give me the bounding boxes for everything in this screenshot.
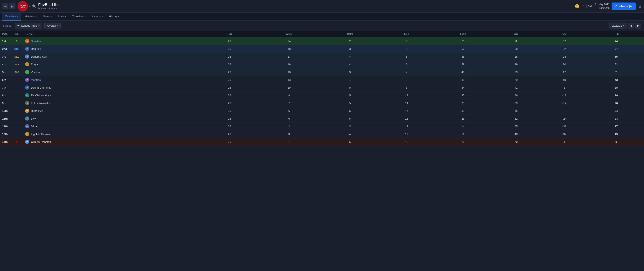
nav-item-transfers[interactable]: Transfers▾ [69,13,88,21]
cell-gd: -12 [540,107,588,115]
cell-pld: 26 [202,123,258,130]
table-row: 2nd UCL D Dnipro-1 26 18 3 5 52 30 22 57 [0,45,644,53]
cell-team: OD Olimpik Donetsk [23,138,202,146]
team-logo: DK [25,55,29,59]
overall-button[interactable]: Overall ▾ [44,23,60,29]
cell-team: V Vorskla [23,68,202,76]
cell-pos: 11th [0,115,10,123]
cell-drn: 5 [321,92,380,99]
season-prev-button[interactable]: ◀ [628,23,634,29]
season-dropdown-button[interactable]: 2020/21 ▾ [610,23,627,29]
continue-button[interactable]: Continue ▶ [612,3,636,10]
cell-inf: UEL [10,53,23,61]
cell-ag: 8 [492,37,540,45]
fm-badge: FM [586,4,593,8]
nav-item-matches[interactable]: Matches▾ [22,13,40,21]
cell-drn: 8 [321,84,380,92]
cell-lst: 14 [380,99,434,107]
nav-item-label: Matches [24,15,35,18]
cell-gd: -32 [540,130,588,138]
nav-item-history[interactable]: History▾ [106,13,122,21]
cell-pld: 26 [202,53,258,61]
cell-for: 44 [434,84,492,92]
cell-drn: 4 [321,53,380,61]
back-button[interactable]: ◀ [2,3,8,10]
league-subtitle: Holders - Shakhtar [38,7,573,10]
cell-won: 6 [258,115,321,123]
cell-gd: -48 [540,138,588,146]
continue-arrow-icon: ▶ [629,4,632,8]
cell-lst: 0 [380,37,434,45]
face-icon-button[interactable]: 😀 [575,4,579,9]
expand-button[interactable]: ▾ [29,5,30,7]
nav-item-label: Awards [92,15,101,18]
cell-pos: 5th [0,68,10,76]
col-inf: INF [10,31,23,37]
table-row: 10th RL Rukh Lviv 26 6 6 14 33 45 -12 24 [0,107,644,115]
cell-inf [10,123,23,130]
forward-button[interactable]: ▶ [9,3,16,10]
col-drn: DRN [321,31,380,37]
top-bar: ◀ ▶ FAVBET LIHA ▾ 🔍 FavBet Liha Holders … [0,0,644,13]
nav-chevron-icon: ▾ [65,15,66,18]
monitor-button[interactable]: 🖥 [638,4,642,9]
cell-inf: UCL [10,45,23,53]
cell-gd: 67 [540,37,588,45]
cell-pts: 38 [588,84,644,92]
cell-won: 8 [258,92,321,99]
cell-pos: 7th [0,84,10,92]
cell-inf [10,84,23,92]
cell-inf: R [10,138,23,146]
col-lst: LST [380,31,434,37]
cell-for: 33 [434,107,492,115]
overall-chevron-icon: ▾ [57,25,58,27]
cell-gd: -24 [540,115,588,123]
cell-won: 10 [258,84,321,92]
cell-pld: 26 [202,84,258,92]
cell-pld: 26 [202,68,258,76]
nav-item-awards[interactable]: Awards▾ [89,13,106,21]
season-next-button[interactable]: ▶ [635,23,641,29]
cell-pts: 43 [588,76,644,84]
league-table-chevron-icon: ▾ [38,25,40,27]
cell-drn: 2 [321,37,380,45]
nav-chevron-icon: ▾ [118,15,119,18]
col-for: FOR [434,31,492,37]
cell-ag: 70 [492,138,540,146]
table-row: 11th L Lviv 26 6 5 15 28 52 -24 23 [0,115,644,123]
cell-won: 24 [258,37,321,45]
cell-ag: 30 [492,45,540,53]
team-logo: FO [25,93,29,97]
cell-team: Z Zorya [23,61,202,68]
cell-lst: 13 [380,123,434,130]
cell-pld: 26 [202,99,258,107]
cell-pld: 26 [202,130,258,138]
cell-for: 25 [434,99,492,107]
nav-item-stats[interactable]: Stats▾ [55,13,69,21]
cell-ag: 25 [492,53,540,61]
table-row: 9th KK Kolos Kovalivka 26 7 5 14 25 39 -… [0,99,644,107]
datetime-area: 21 May 2022 Sat 20:45 [595,3,610,10]
search-button[interactable]: 🔍 [32,4,36,8]
team-logo: KK [25,101,29,105]
cell-ag: 41 [492,84,540,92]
team-logo: L [25,116,29,121]
cell-pld: 26 [202,115,258,123]
team-name: Rukh Lviv [31,109,43,112]
league-table: POS INF TEAM PLD WON DRN LST FOR AG GD P… [0,31,644,146]
cell-won: 2 [258,123,321,130]
team-name: Desna Chernihiv [31,86,51,89]
team-name-link[interactable]: Mariupol [31,78,42,82]
cell-inf [10,99,23,107]
nav-item-news[interactable]: News▾ [40,13,54,21]
help-icon-button[interactable]: ? [582,4,584,8]
nav-item-overview[interactable]: Overview▾ [2,13,21,21]
table-row: 4th EC2 Z Zorya 26 16 4 6 59 29 30 52 [0,61,644,68]
cell-ag: 29 [492,76,540,84]
cell-gd: 30 [540,61,588,68]
cell-gd: -31 [540,123,588,130]
league-table-wrap: POS INF TEAM PLD WON DRN LST FOR AG GD P… [0,31,644,146]
team-name-link[interactable]: Shakhtar [31,40,42,43]
league-table-button[interactable]: 👁 League Table ▾ [15,23,42,29]
cell-team: S Shakhtar [23,37,202,45]
